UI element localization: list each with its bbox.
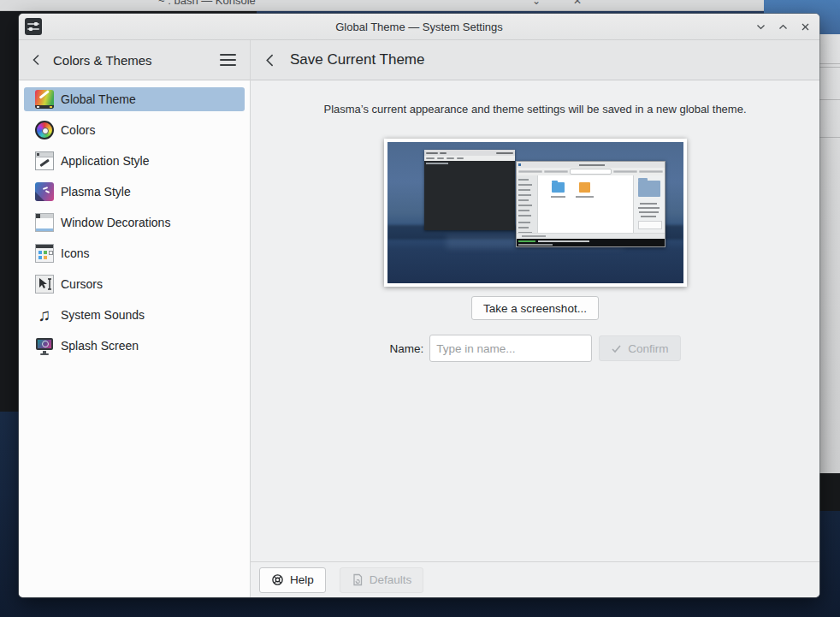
color-wheel-icon (35, 121, 54, 139)
sidebar-item-label: Splash Screen (61, 339, 139, 353)
background-right-window (817, 34, 840, 473)
help-lifering-icon (271, 573, 284, 586)
background-konsole-title: ~ : bash — Konsole (158, 0, 256, 7)
sidebar-item-label: Application Style (61, 154, 150, 168)
sidebar-item-label: System Sounds (61, 308, 145, 322)
sidebar-item-cursors[interactable]: Cursors (24, 272, 245, 296)
cursors-icon (35, 275, 54, 294)
settings-nav: Global Theme Colors Application Style (19, 80, 250, 371)
footer-bar: Help Defaults (251, 561, 819, 597)
divider (818, 99, 840, 100)
preview-terminal-strip (517, 239, 665, 246)
preview-filemanager-window (516, 161, 665, 247)
music-note-icon: ♫ (35, 306, 54, 324)
sidebar-item-application-style[interactable]: Application Style (24, 149, 245, 173)
preview-fm-sidebar (517, 175, 538, 233)
theme-name-input[interactable] (429, 335, 592, 362)
sidebar-item-window-decorations[interactable]: Window Decorations (24, 211, 245, 234)
maximize-icon[interactable] (777, 21, 789, 33)
window-decorations-icon (35, 213, 54, 232)
sidebar-title: Colors & Themes (53, 53, 216, 68)
plasma-style-icon (35, 182, 54, 201)
app-sliders-icon (25, 18, 42, 35)
hamburger-menu-icon[interactable] (216, 50, 240, 69)
confirm-button[interactable]: Confirm (599, 335, 680, 361)
sidebar-item-label: Plasma Style (61, 185, 131, 199)
sidebar: Colors & Themes Global Theme Colors (19, 40, 251, 597)
background-right-terminal-strip (817, 473, 840, 511)
defaults-button[interactable]: Defaults (340, 567, 424, 593)
defaults-document-icon (352, 573, 364, 586)
preview-blue-folder-icon (552, 182, 565, 193)
main-header: Save Current Theme (251, 40, 819, 80)
sidebar-item-global-theme[interactable]: Global Theme (24, 87, 245, 111)
description-text: Plasma’s current appearance and theme se… (323, 103, 746, 116)
preview-fm-info-panel (633, 175, 665, 233)
divider (818, 137, 840, 138)
back-icon[interactable] (263, 52, 279, 68)
sidebar-header: Colors & Themes (19, 40, 250, 80)
divider (818, 67, 840, 68)
main-content: Plasma’s current appearance and theme se… (251, 80, 819, 561)
sidebar-item-label: Cursors (61, 277, 103, 291)
main-panel: Save Current Theme Plasma’s current appe… (251, 40, 819, 597)
sidebar-item-label: Colors (61, 123, 95, 137)
background-konsole-window-controls: ⌄⌃✕ (532, 0, 594, 7)
name-label: Name: (389, 342, 423, 355)
sidebar-item-colors[interactable]: Colors (24, 118, 245, 142)
back-icon[interactable] (29, 52, 44, 68)
divider (818, 63, 840, 64)
sidebar-item-label: Window Decorations (61, 216, 170, 229)
help-button[interactable]: Help (259, 567, 326, 593)
splash-screen-icon (35, 336, 54, 355)
name-row: Name: Confirm (389, 335, 680, 362)
sidebar-item-splash-screen[interactable]: Splash Screen (24, 334, 245, 358)
window-title: Global Theme — System Settings (19, 21, 819, 33)
sidebar-item-label: Global Theme (61, 92, 136, 106)
desktop: ~ : bash — Konsole ⌄⌃✕ Global Theme — Sy… (0, 0, 840, 617)
background-konsole-titlebar: ~ : bash — Konsole ⌄⌃✕ (0, 0, 764, 11)
minimize-icon[interactable] (754, 21, 766, 33)
preview-fm-view (538, 175, 633, 233)
sidebar-item-label: Icons (61, 246, 89, 260)
checkmark-icon (611, 343, 622, 354)
preview-folder-preview-icon (638, 181, 660, 197)
close-icon[interactable] (799, 21, 811, 33)
preview-orange-folder-icon (579, 182, 590, 193)
icons-grid-icon (35, 244, 54, 263)
sidebar-item-icons[interactable]: Icons (24, 241, 245, 265)
system-settings-window: Global Theme — System Settings (19, 14, 819, 597)
sidebar-item-plasma-style[interactable]: Plasma Style (24, 180, 245, 204)
page-title: Save Current Theme (290, 51, 424, 68)
preview-terminal-window (424, 150, 515, 230)
titlebar[interactable]: Global Theme — System Settings (19, 14, 819, 40)
sidebar-item-system-sounds[interactable]: ♫ System Sounds (24, 303, 245, 327)
application-style-icon (35, 151, 54, 170)
theme-preview-thumbnail (384, 139, 687, 287)
global-theme-icon (35, 90, 54, 109)
take-screenshot-button[interactable]: Take a screenshot... (471, 296, 599, 320)
